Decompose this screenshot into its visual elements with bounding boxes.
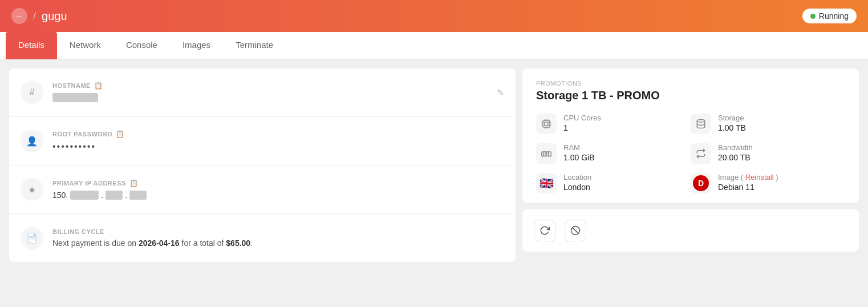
hostname-redacted bbox=[52, 93, 98, 102]
action-card bbox=[522, 209, 859, 252]
spec-cpu: CPU Cores 1 bbox=[536, 114, 691, 134]
right-panel: PROMOTIONS Storage 1 TB - PROMO CPU Core… bbox=[522, 68, 859, 262]
spec-bandwidth-text: Bandwidth 20.00 TB bbox=[718, 143, 753, 162]
reinstall-button[interactable]: Reinstall bbox=[745, 173, 774, 181]
primary-ip-copy-icon[interactable]: 📋 bbox=[129, 179, 139, 187]
spec-location-value: London bbox=[563, 183, 591, 192]
spec-ram-value: 1.00 GiB bbox=[563, 153, 594, 162]
root-password-row: 👤 ROOT PASSWORD 📋 •••••••••• bbox=[9, 117, 516, 165]
status-dot bbox=[810, 14, 816, 19]
svg-rect-1 bbox=[545, 122, 548, 126]
billing-icon: 📄 bbox=[21, 227, 43, 249]
hostname-edit-button[interactable]: ✎ bbox=[497, 87, 504, 98]
primary-ip-row: ★ PRIMARY IP ADDRESS 📋 150. . . bbox=[9, 165, 516, 214]
tab-terminate[interactable]: Terminate bbox=[223, 32, 286, 59]
billing-date: 2026-04-16 bbox=[139, 239, 180, 248]
billing-row: 📄 BILLING CYCLE Next payment is due on 2… bbox=[9, 214, 516, 262]
ip-prefix: 150. bbox=[52, 191, 68, 200]
uk-flag: 🇬🇧 bbox=[540, 176, 554, 190]
spec-storage-text: Storage 1.00 TB bbox=[718, 114, 746, 132]
ip-redacted-3 bbox=[129, 191, 147, 200]
cpu-icon bbox=[536, 114, 557, 134]
root-password-value: •••••••••• bbox=[52, 142, 504, 152]
root-password-label: ROOT PASSWORD 📋 bbox=[52, 130, 504, 138]
back-button[interactable]: ← bbox=[11, 8, 27, 24]
image-icon: D bbox=[691, 173, 711, 193]
primary-ip-label: PRIMARY IP ADDRESS 📋 bbox=[52, 179, 504, 187]
spec-ram: RAM 1.00 GiB bbox=[536, 143, 691, 164]
spec-location-name: Location bbox=[563, 173, 591, 181]
spec-bandwidth: Bandwidth 20.00 TB bbox=[691, 143, 845, 164]
app-title: gugu bbox=[42, 10, 67, 23]
spec-cpu-value: 1 bbox=[563, 123, 601, 132]
primary-ip-value: 150. . . bbox=[52, 191, 504, 200]
billing-content: BILLING CYCLE Next payment is due on 202… bbox=[52, 228, 504, 248]
primary-ip-content: PRIMARY IP ADDRESS 📋 150. . . bbox=[52, 179, 504, 200]
spec-bandwidth-name: Bandwidth bbox=[718, 143, 753, 152]
billing-amount: $65.00 bbox=[226, 239, 250, 248]
specs-grid: CPU Cores 1 Storage 1.00 TB bbox=[536, 114, 845, 193]
spec-location-text: Location London bbox=[563, 173, 591, 192]
ip-redacted-1 bbox=[70, 191, 99, 200]
tab-console[interactable]: Console bbox=[113, 32, 170, 59]
billing-text-before: Next payment is due on bbox=[52, 239, 139, 248]
restart-button[interactable] bbox=[534, 220, 555, 241]
primary-ip-icon: ★ bbox=[21, 178, 43, 201]
status-badge: Running bbox=[802, 9, 857, 23]
tab-details[interactable]: Details bbox=[6, 32, 57, 59]
spec-image-value: Debian 11 bbox=[718, 183, 778, 192]
hostname-icon: # bbox=[21, 81, 43, 104]
bandwidth-icon bbox=[691, 143, 711, 164]
spec-cpu-name: CPU Cores bbox=[563, 114, 601, 122]
spec-image-name: Image ( Reinstall ) bbox=[718, 173, 778, 181]
hostname-label: HOSTNAME 📋 bbox=[52, 82, 504, 90]
status-label: Running bbox=[819, 11, 849, 21]
svg-line-19 bbox=[573, 228, 579, 234]
hostname-row: # HOSTNAME 📋 ✎ bbox=[9, 68, 516, 117]
tab-network[interactable]: Network bbox=[57, 32, 113, 59]
spec-ram-name: RAM bbox=[563, 143, 594, 152]
details-panel: # HOSTNAME 📋 ✎ 👤 ROOT PASSWORD 📋 •• bbox=[9, 68, 516, 262]
promo-card: PROMOTIONS Storage 1 TB - PROMO CPU Core… bbox=[522, 68, 859, 203]
promo-title: Storage 1 TB - PROMO bbox=[536, 89, 845, 102]
spec-cpu-text: CPU Cores 1 bbox=[563, 114, 601, 132]
tabs-bar: Details Network Console Images Terminate bbox=[0, 32, 868, 59]
spec-image-text: Image ( Reinstall ) Debian 11 bbox=[718, 173, 778, 192]
spec-storage-value: 1.00 TB bbox=[718, 123, 746, 132]
billing-label: BILLING CYCLE bbox=[52, 228, 504, 235]
ram-icon bbox=[536, 143, 557, 164]
spec-storage-name: Storage bbox=[718, 114, 746, 122]
location-icon: 🇬🇧 bbox=[536, 173, 557, 193]
header-left: ← / gugu bbox=[11, 8, 67, 24]
spec-storage: Storage 1.00 TB bbox=[691, 114, 845, 134]
billing-value: Next payment is due on 2026-04-16 for a … bbox=[52, 239, 504, 248]
spec-location: 🇬🇧 Location London bbox=[536, 173, 691, 193]
main-content: # HOSTNAME 📋 ✎ 👤 ROOT PASSWORD 📋 •• bbox=[0, 59, 868, 271]
spec-ram-text: RAM 1.00 GiB bbox=[563, 143, 594, 162]
header-slash: / bbox=[33, 10, 36, 22]
spec-bandwidth-value: 20.00 TB bbox=[718, 153, 753, 162]
root-password-icon: 👤 bbox=[21, 130, 43, 152]
hostname-content: HOSTNAME 📋 bbox=[52, 82, 504, 104]
tab-images[interactable]: Images bbox=[170, 32, 223, 59]
hostname-value bbox=[52, 93, 504, 104]
root-password-copy-icon[interactable]: 📋 bbox=[116, 130, 125, 138]
billing-text-after: . bbox=[250, 239, 253, 248]
root-password-content: ROOT PASSWORD 📋 •••••••••• bbox=[52, 130, 504, 152]
spec-image: D Image ( Reinstall ) Debian 11 bbox=[691, 173, 845, 193]
header: ← / gugu Running bbox=[0, 0, 868, 32]
ip-redacted-2 bbox=[106, 191, 123, 200]
cancel-button[interactable] bbox=[565, 220, 586, 241]
promo-label: PROMOTIONS bbox=[536, 80, 845, 87]
hostname-copy-icon[interactable]: 📋 bbox=[94, 82, 103, 90]
debian-logo: D bbox=[693, 175, 709, 191]
svg-point-10 bbox=[697, 120, 705, 123]
storage-icon bbox=[691, 114, 711, 134]
billing-text-middle: for a total of bbox=[180, 239, 226, 248]
svg-rect-0 bbox=[543, 120, 550, 127]
